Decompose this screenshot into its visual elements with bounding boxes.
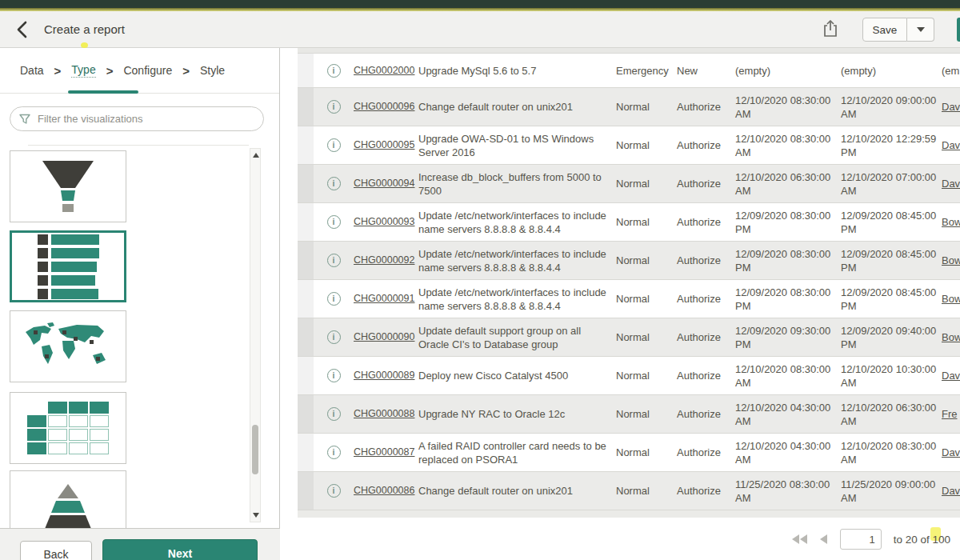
- row-gutter: [298, 280, 314, 318]
- info-icon-button[interactable]: i: [327, 177, 341, 190]
- state-cell: New: [677, 64, 735, 78]
- info-cell: i: [314, 407, 354, 421]
- info-icon-button[interactable]: i: [327, 446, 341, 459]
- scrollbar-thumb[interactable]: [252, 425, 258, 474]
- table-row: iCHG0000092Update /etc/network/interface…: [298, 242, 960, 280]
- assignee-link[interactable]: Dav: [942, 101, 960, 113]
- record-number-link[interactable]: CHG0000094: [354, 178, 414, 189]
- viz-thumbnail-pyramid[interactable]: [10, 470, 126, 528]
- info-icon-button[interactable]: i: [327, 215, 341, 229]
- info-cell: i: [314, 446, 354, 459]
- back-arrow-icon[interactable]: [14, 19, 32, 40]
- breadcrumb-step-style[interactable]: Style: [200, 64, 225, 77]
- assignee-link[interactable]: Dav: [942, 446, 960, 458]
- assignee-cell: Dav: [942, 369, 960, 382]
- state-cell: Authorize: [677, 446, 735, 459]
- info-icon-button[interactable]: i: [327, 484, 341, 498]
- record-number-link[interactable]: CHG0000090: [354, 331, 414, 342]
- number-cell: CHG0000096: [354, 100, 418, 114]
- info-icon-button[interactable]: i: [327, 292, 341, 306]
- viz-thumbnail-map[interactable]: [10, 310, 126, 382]
- short-description-cell: Update /etc/network/interfaces to includ…: [418, 286, 616, 313]
- assignee-link[interactable]: Dav: [942, 485, 960, 497]
- number-cell: CHG0000087: [354, 446, 418, 459]
- assignee-link[interactable]: Bow: [942, 216, 960, 228]
- share-export-icon[interactable]: [822, 19, 841, 40]
- record-number-link[interactable]: CHG0000092: [354, 254, 414, 266]
- info-icon-button[interactable]: i: [327, 407, 341, 421]
- record-number-link[interactable]: CHG0000086: [354, 485, 414, 496]
- assignee-link[interactable]: Bow: [942, 254, 960, 266]
- first-page-button[interactable]: [792, 534, 808, 544]
- change-type-cell: Normal: [616, 446, 677, 459]
- info-icon-button[interactable]: i: [327, 100, 341, 114]
- page-number-input[interactable]: [840, 529, 882, 550]
- assignee-link[interactable]: Bow: [942, 293, 960, 305]
- scroll-up-icon[interactable]: [253, 153, 259, 158]
- start-date-cell: 12/10/2020 08:30:00 AM: [735, 132, 841, 159]
- assignee-link[interactable]: Bow: [942, 331, 960, 343]
- previous-page-button[interactable]: [820, 534, 828, 544]
- state-cell: Authorize: [677, 177, 735, 190]
- row-gutter: [298, 242, 314, 279]
- short-description-cell: Upgrade MySql 5.6 to 5.7: [418, 64, 616, 78]
- end-date-cell: 12/10/2020 08:30:00 AM: [841, 439, 942, 466]
- assignee-link[interactable]: Dav: [942, 370, 960, 382]
- chevron-right-icon: >: [182, 64, 190, 78]
- record-number-link[interactable]: CHG0000088: [354, 408, 414, 419]
- start-date-cell: 12/10/2020 08:30:00 AM: [735, 362, 841, 390]
- start-date-cell: 12/09/2020 08:30:00 PM: [735, 247, 841, 274]
- record-number-link[interactable]: CHG0000093: [354, 216, 414, 227]
- number-cell: CHG0000090: [354, 330, 418, 344]
- record-number-link[interactable]: CHG0000091: [354, 293, 414, 304]
- state-cell: Authorize: [677, 292, 735, 306]
- info-icon-button[interactable]: i: [327, 138, 341, 152]
- info-icon-button[interactable]: i: [327, 330, 341, 344]
- offscreen-primary-button-edge[interactable]: [957, 18, 960, 42]
- record-number-link[interactable]: CHG0000089: [354, 370, 414, 381]
- info-icon-button[interactable]: i: [327, 64, 341, 78]
- info-cell: i: [314, 177, 354, 190]
- row-gutter: [298, 165, 314, 202]
- row-gutter: [298, 395, 314, 433]
- viz-thumbnail-funnel[interactable]: [10, 150, 126, 222]
- viz-thumbnail-pivot-table[interactable]: [10, 392, 126, 464]
- breadcrumb-step-configure[interactable]: Configure: [123, 64, 172, 77]
- number-cell: CHG0000086: [354, 484, 418, 498]
- info-icon-button[interactable]: i: [327, 254, 341, 267]
- number-cell: CHG0000091: [354, 292, 418, 306]
- start-date-cell: 12/09/2020 09:30:00 PM: [735, 324, 841, 351]
- assignee-link[interactable]: Dav: [942, 178, 960, 190]
- number-cell: CHG0000092: [354, 254, 418, 267]
- info-cell: i: [314, 369, 354, 382]
- change-type-cell: Normal: [616, 292, 677, 306]
- caret-down-icon: [917, 27, 925, 32]
- assignee-link[interactable]: Dav: [942, 139, 960, 151]
- back-button[interactable]: Back: [20, 541, 92, 560]
- row-gutter: [298, 357, 314, 394]
- save-button[interactable]: Save: [862, 18, 907, 42]
- record-number-link[interactable]: CHG0000095: [354, 139, 414, 150]
- assignee-link[interactable]: Fre: [942, 408, 958, 420]
- record-number-link[interactable]: CHG0000087: [354, 446, 414, 458]
- assignee-cell: Fre: [942, 407, 960, 421]
- viz-thumbnail-list[interactable]: [10, 230, 126, 302]
- end-date-cell: 12/09/2020 08:45:00 PM: [841, 286, 942, 313]
- record-number-link[interactable]: CHG0000096: [354, 101, 414, 112]
- filter-visualizations-input[interactable]: [38, 113, 255, 125]
- record-number-link[interactable]: CHG0002000: [354, 65, 414, 76]
- next-button[interactable]: Next: [102, 539, 258, 560]
- breadcrumb-step-type[interactable]: Type: [71, 63, 95, 78]
- pivot-table-icon: [27, 402, 109, 454]
- assignee-cell: Bow: [942, 292, 960, 306]
- state-cell: Authorize: [677, 330, 735, 344]
- info-cell: i: [314, 64, 354, 78]
- assignee-cell: Dav: [942, 100, 960, 114]
- scroll-down-icon[interactable]: [253, 513, 259, 518]
- start-date-cell: 11/25/2020 08:30:00 AM: [735, 478, 841, 505]
- breadcrumb-step-data[interactable]: Data: [20, 64, 44, 77]
- info-icon-button[interactable]: i: [327, 369, 341, 382]
- save-dropdown-button[interactable]: [907, 18, 934, 42]
- viz-list-scrollbar[interactable]: [250, 148, 261, 522]
- start-date-cell: 12/09/2020 08:30:00 PM: [735, 286, 841, 313]
